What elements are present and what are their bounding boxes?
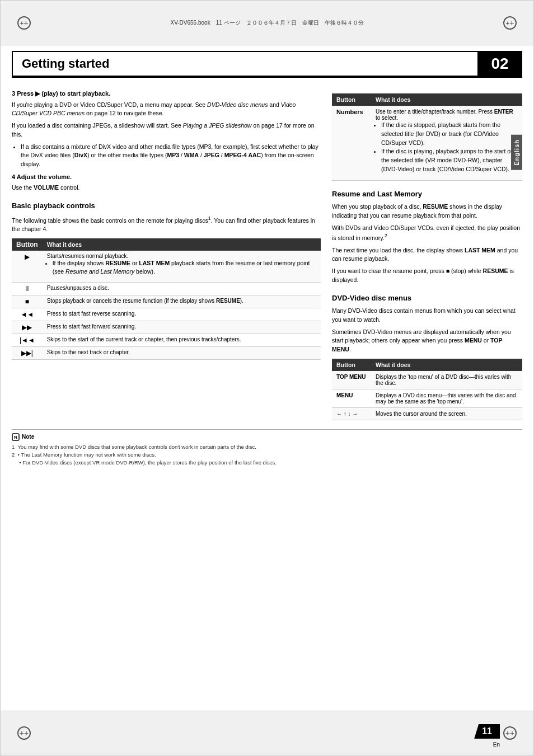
numbers-table: Button What it does Numbers Use to enter… <box>332 93 522 181</box>
svg-text:N: N <box>14 435 17 440</box>
note-label: Note <box>22 434 34 440</box>
sup1: 1 <box>208 215 211 221</box>
resume-bold: RESUME <box>105 260 130 266</box>
btn-arrows: ← ↑ ↓ → <box>332 407 371 420</box>
page-number: 11 <box>474 724 500 739</box>
page-en-label: En <box>493 741 500 748</box>
dvd-menu-table: Button What it does TOP MENU Displays th… <box>332 359 522 420</box>
resume-section-heading: Resume and Last Memory <box>332 189 522 200</box>
table-row: ■ Stops playback or cancels the resume f… <box>12 295 321 308</box>
col-what: What it does <box>43 238 321 251</box>
note-item-2: 2 • The Last Memory function may not wor… <box>12 451 522 459</box>
step3-italic3: Playing a JPEG slideshow <box>183 122 252 129</box>
enter-bold: ENTER <box>494 109 513 115</box>
desc-pause: Pauses/unpauses a disc. <box>43 283 321 295</box>
table-row: Numbers Use to enter a title/chapter/tra… <box>332 106 522 180</box>
desc-rrev: Press to start fast reverse scanning. <box>43 308 321 321</box>
wma-bold: WMA <box>184 152 199 158</box>
resume-bold2: RESUME <box>216 298 240 304</box>
col-what-dvd: What it does <box>371 359 522 371</box>
dvd-table-header: Button What it does <box>332 359 522 371</box>
numbers-table-header: Button What it does <box>332 93 522 106</box>
mpeg4-bold: MPEG-4 AAC <box>224 152 261 158</box>
step3-heading: 3 Press ▶ (play) to start playback. <box>12 89 321 98</box>
top-bar: + + XV-DV656.book 11 ページ ２００６年４月７日 金曜日 午… <box>1 1 533 45</box>
note-text: 1 You may find with some DVD discs that … <box>12 443 522 467</box>
col-button-r: Button <box>332 93 371 106</box>
basic-table-header: Button What it does <box>12 238 321 251</box>
dvd-table-body: TOP MENU Displays the 'top menu' of a DV… <box>332 371 522 420</box>
dvdvideo-p1: Many DVD-Video discs contain menus from … <box>332 307 522 325</box>
resume-p3: The next time you load the disc, the dis… <box>332 246 522 264</box>
basic-controls-table: Button What it does ▶ Starts/resumes nor… <box>12 238 321 360</box>
divx-bold: DivX <box>74 152 87 158</box>
btn-next: ▶▶| <box>12 347 43 360</box>
mp3-bold: MP3 <box>167 152 179 158</box>
resume-text2: RESUME <box>483 267 508 274</box>
table-row: ▶▶| Skips to the next track or chapter. <box>12 347 321 360</box>
table-row: TOP MENU Displays the 'top menu' of a DV… <box>332 371 522 389</box>
step4-heading: 4 Adjust the volume. <box>12 172 321 182</box>
note-icon-area: N Note <box>12 433 34 441</box>
reg-mark-bottom-left: + <box>17 726 31 740</box>
numbers-table-body: Numbers Use to enter a title/chapter/tra… <box>332 106 522 180</box>
desc-next: Skips to the next track or chapter. <box>43 347 321 360</box>
col-button: Button <box>12 238 43 251</box>
numbers-bullet2: If the disc is playing, playback jumps t… <box>381 147 518 173</box>
header-section: Getting started 02 <box>12 51 522 78</box>
resume-p1: When you stop playback of a disc, RESUME… <box>332 203 522 220</box>
btn-stop: ■ <box>12 295 43 308</box>
table-row: ← ↑ ↓ → Moves the cursor around the scre… <box>332 407 522 420</box>
btn-pause: II <box>12 283 43 295</box>
main-content: 3 Press ▶ (play) to start playback. If y… <box>12 78 522 420</box>
col-what-r: What it does <box>371 93 522 106</box>
desc-stop: Stops playback or cancels the resume fun… <box>43 295 321 308</box>
desc-prev: Skips to the start of the current track … <box>43 334 321 347</box>
desc-menu: Displays a DVD disc menu—this varies wit… <box>371 389 522 407</box>
desc-arrows: Moves the cursor around the screen. <box>371 407 522 420</box>
table-row: ▶▶ Press to start fast forward scanning. <box>12 321 321 334</box>
btn-ffwd: ▶▶ <box>12 321 43 334</box>
dvdvideo-heading: DVD-Video disc menus <box>332 293 522 304</box>
step3-p2: If you loaded a disc containing JPEGs, a… <box>12 121 321 139</box>
step3-bullet1: If a disc contains a mixture of DivX vid… <box>21 143 321 169</box>
step3-p1: If you're playing a DVD or Video CD/Supe… <box>12 101 321 119</box>
note-icon-svg: N <box>12 433 20 441</box>
menu-bold: MENU <box>465 337 482 344</box>
sup2: 2 <box>385 233 387 238</box>
reg-mark-top-left: + <box>17 16 31 30</box>
reg-mark-top-right: + <box>503 16 517 30</box>
header-title-area: Getting started <box>12 51 477 77</box>
desc-play: Starts/resumes normal playback. If the d… <box>43 251 321 283</box>
play-bullet1: If the display shows RESUME or LAST MEM … <box>53 259 316 277</box>
desc-topmenu: Displays the 'top menu' of a DVD disc—th… <box>371 371 522 389</box>
resume-p2: With DVDs and Video CD/Super VCDs, even … <box>332 224 522 243</box>
desc-numbers: Use to enter a title/chapter/track numbe… <box>371 106 522 180</box>
resume-p4: If you want to clear the resume point, p… <box>332 267 522 285</box>
reg-mark-bottom-right: + <box>503 726 517 740</box>
file-info: XV-DV656.book 11 ページ ２００６年４月７日 金曜日 午後６時４… <box>170 19 363 27</box>
btn-play: ▶ <box>12 251 43 283</box>
note-section: N Note 1 You may find with some DVD disc… <box>12 429 522 467</box>
btn-menu: MENU <box>332 389 371 407</box>
lastmem-text: LAST MEM <box>465 247 495 253</box>
col-button-dvd: Button <box>332 359 371 371</box>
right-column: Button What it does Numbers Use to enter… <box>332 89 522 420</box>
table-row: II Pauses/unpauses a disc. <box>12 283 321 295</box>
basic-p1: The following table shows the basic cont… <box>12 215 321 234</box>
step3-italic1: DVD-Video disc menus <box>207 101 268 108</box>
page-outer: + + XV-DV656.book 11 ページ ２００６年４月７日 金曜日 午… <box>0 0 534 756</box>
resume-text: RESUME <box>423 203 448 210</box>
step3-bullets: If a disc contains a mixture of DivX vid… <box>21 143 321 169</box>
btn-rrev: ◄◄ <box>12 308 43 321</box>
btn-numbers: Numbers <box>332 106 371 180</box>
chapter-title: Getting started <box>22 57 109 71</box>
chapter-number: 02 <box>477 51 522 77</box>
table-row: ◄◄ Press to start fast reverse scanning. <box>12 308 321 321</box>
play-bullets: If the display shows RESUME or LAST MEM … <box>53 259 316 277</box>
dvdvideo-p2: Sometimes DVD-Video menus are displayed … <box>332 328 522 354</box>
table-row: ▶ Starts/resumes normal playback. If the… <box>12 251 321 283</box>
lastmem-bold: LAST MEM <box>139 260 170 266</box>
jpeg-bold: JPEG <box>204 152 219 158</box>
step4-heading-text: 4 Adjust the volume. <box>12 173 72 180</box>
